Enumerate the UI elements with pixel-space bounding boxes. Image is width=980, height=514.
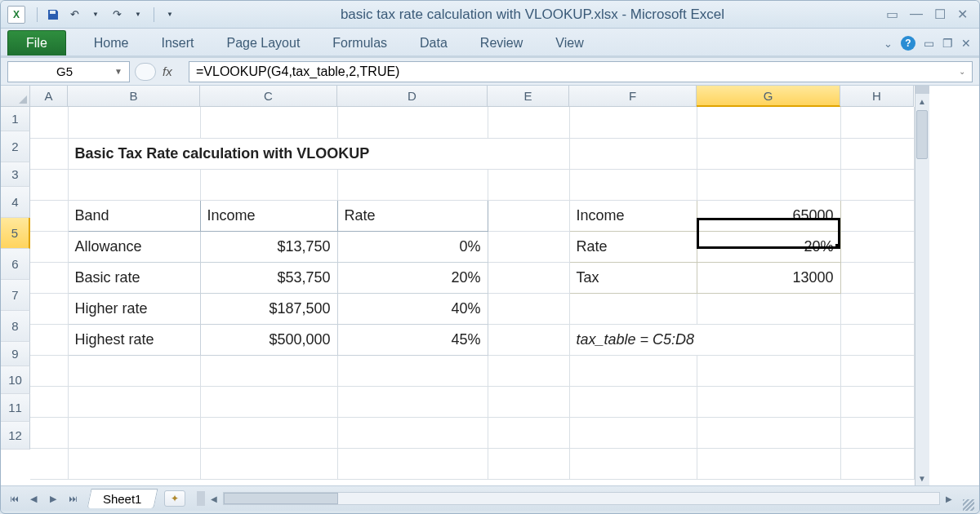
tax-row-rate: 40% <box>337 293 488 324</box>
row-header-1[interactable]: 1 <box>1 107 30 131</box>
col-header-D[interactable]: D <box>337 86 488 107</box>
doc-close-icon[interactable]: ✕ <box>961 37 971 50</box>
fx-icon[interactable]: fx <box>163 64 182 78</box>
cancel-formula-icon[interactable] <box>135 63 156 81</box>
sheet-nav-prev-icon[interactable]: ◀ <box>25 490 42 507</box>
row-header-12[interactable]: 12 <box>1 422 30 450</box>
sheet-title: Basic Tax Rate calculation with VLOOKUP <box>68 138 569 169</box>
formula-expand-icon[interactable]: ⌄ <box>959 67 965 76</box>
col-header-E[interactable]: E <box>488 86 569 107</box>
row-header-3[interactable]: 3 <box>1 162 30 187</box>
row-header-4[interactable]: 4 <box>1 187 30 218</box>
scroll-left-icon[interactable]: ◀ <box>207 491 221 506</box>
window-maximize-icon[interactable]: ☐ <box>934 7 946 22</box>
name-box[interactable]: G5 ▼ <box>7 61 130 82</box>
tax-row-income: $13,750 <box>200 231 337 262</box>
scroll-up-icon[interactable]: ▲ <box>915 94 929 109</box>
row-header-2[interactable]: 2 <box>1 131 30 162</box>
formula-bar: G5 ▼ fx =VLOOKUP(G4,tax_table,2,TRUE) ⌄ <box>1 58 979 86</box>
tab-insert[interactable]: Insert <box>145 31 210 55</box>
col-header-A[interactable]: A <box>30 86 68 107</box>
tab-data[interactable]: Data <box>403 31 464 55</box>
help-icon[interactable]: ? <box>901 36 915 51</box>
window-close-icon[interactable]: ✕ <box>957 7 968 22</box>
row-header-6[interactable]: 6 <box>1 249 30 280</box>
formula-input[interactable]: =VLOOKUP(G4,tax_table,2,TRUE) ⌄ <box>189 61 973 82</box>
undo-dropdown[interactable]: ▼ <box>87 6 105 24</box>
col-header-C[interactable]: C <box>200 86 337 107</box>
tax-row-income: $500,000 <box>200 324 337 355</box>
formula-text: =VLOOKUP(G4,tax_table,2,TRUE) <box>196 64 399 79</box>
vertical-scroll-thumb[interactable] <box>916 110 928 159</box>
calc-rate-label: Rate <box>569 231 697 262</box>
tab-home[interactable]: Home <box>78 31 145 55</box>
tax-row-rate: 45% <box>337 324 488 355</box>
col-header-H[interactable]: H <box>840 86 914 107</box>
undo-button[interactable]: ↶ <box>65 6 83 24</box>
vertical-scrollbar[interactable]: ▲ ▼ <box>915 86 929 485</box>
row-header-5[interactable]: 5 <box>1 218 30 249</box>
redo-button[interactable]: ↷ <box>108 6 126 24</box>
save-icon[interactable] <box>44 6 62 24</box>
sheet-tab-bar: ⏮ ◀ ▶ ⏭ Sheet1 ✦ ◀ ▶ <box>1 485 979 511</box>
column-headers: A B C D E F G H <box>30 86 914 107</box>
calc-tax-label: Tax <box>569 262 697 293</box>
calc-rate-value[interactable]: 20% <box>697 231 840 262</box>
tab-review[interactable]: Review <box>464 31 539 55</box>
tax-table-header-rate: Rate <box>337 200 488 231</box>
new-sheet-button[interactable]: ✦ <box>164 490 185 507</box>
tab-page-layout[interactable]: Page Layout <box>210 31 316 55</box>
row-header-8[interactable]: 8 <box>1 311 30 342</box>
ribbon-minimize-icon[interactable]: ▭ <box>886 7 898 22</box>
tax-row-band: Higher rate <box>68 293 200 324</box>
col-header-F[interactable]: F <box>569 86 697 107</box>
row-header-11[interactable]: 11 <box>1 394 30 422</box>
row-header-10[interactable]: 10 <box>1 366 30 394</box>
doc-restore-icon[interactable]: ❐ <box>942 37 953 50</box>
sheet-tab-sheet1[interactable]: Sheet1 <box>87 489 158 508</box>
redo-dropdown[interactable]: ▼ <box>129 6 147 24</box>
horizontal-scroll-thumb[interactable] <box>224 493 338 504</box>
excel-logo-icon: X <box>7 6 25 24</box>
named-range-note: tax_table = C5:D8 <box>569 324 840 355</box>
calc-tax-value[interactable]: 13000 <box>697 262 840 293</box>
scroll-right-icon[interactable]: ▶ <box>942 491 956 506</box>
tab-view[interactable]: View <box>539 31 599 55</box>
ribbon-options-icon[interactable]: ⌄ <box>884 38 893 50</box>
tab-formulas[interactable]: Formulas <box>316 31 403 55</box>
sheet-nav-next-icon[interactable]: ▶ <box>45 490 61 507</box>
horizontal-scrollbar[interactable]: ◀ ▶ <box>197 491 956 506</box>
split-box-vertical[interactable] <box>197 491 205 506</box>
tax-row-band: Basic rate <box>68 262 200 293</box>
name-box-dropdown-icon[interactable]: ▼ <box>114 67 122 76</box>
doc-minimize-icon[interactable]: ▭ <box>924 37 934 50</box>
resize-grip-icon[interactable] <box>963 499 974 511</box>
split-box-horizontal[interactable] <box>915 86 929 94</box>
row-header-7[interactable]: 7 <box>1 280 30 311</box>
sheet-nav-first-icon[interactable]: ⏮ <box>6 490 22 507</box>
row-headers: 1 2 3 4 5 6 7 8 9 10 11 12 <box>1 107 30 480</box>
window-title: basic tax rate calculation with VLOOKUP.… <box>179 7 886 23</box>
ribbon: File Home Insert Page Layout Formulas Da… <box>1 29 979 58</box>
tax-table-header-income: Income <box>200 200 337 231</box>
row-header-9[interactable]: 9 <box>1 342 30 366</box>
tax-table-header-band: Band <box>68 200 200 231</box>
tax-row-income: $53,750 <box>200 262 337 293</box>
col-header-B[interactable]: B <box>68 86 200 107</box>
calc-income-label: Income <box>569 200 697 231</box>
sheet-nav-last-icon[interactable]: ⏭ <box>65 490 81 507</box>
tax-row-rate: 0% <box>337 231 488 262</box>
file-tab[interactable]: File <box>7 30 66 55</box>
window-minimize-icon[interactable]: — <box>910 7 923 22</box>
tax-row-rate: 20% <box>337 262 488 293</box>
quick-access-toolbar: ↶ ▼ ↷ ▼ ▼ <box>33 6 179 24</box>
cells-area[interactable]: Basic Tax Rate calculation with VLOOKUP … <box>30 107 915 480</box>
qat-customize-dropdown[interactable]: ▼ <box>161 6 179 24</box>
name-box-value: G5 <box>15 64 114 78</box>
title-bar: X ↶ ▼ ↷ ▼ ▼ basic tax rate calculation w… <box>1 1 979 29</box>
calc-income-value[interactable]: 65000 <box>697 200 840 231</box>
select-all-corner[interactable] <box>1 86 30 107</box>
col-header-G[interactable]: G <box>697 86 840 107</box>
scroll-down-icon[interactable]: ▼ <box>915 471 929 485</box>
tax-row-band: Allowance <box>68 231 200 262</box>
